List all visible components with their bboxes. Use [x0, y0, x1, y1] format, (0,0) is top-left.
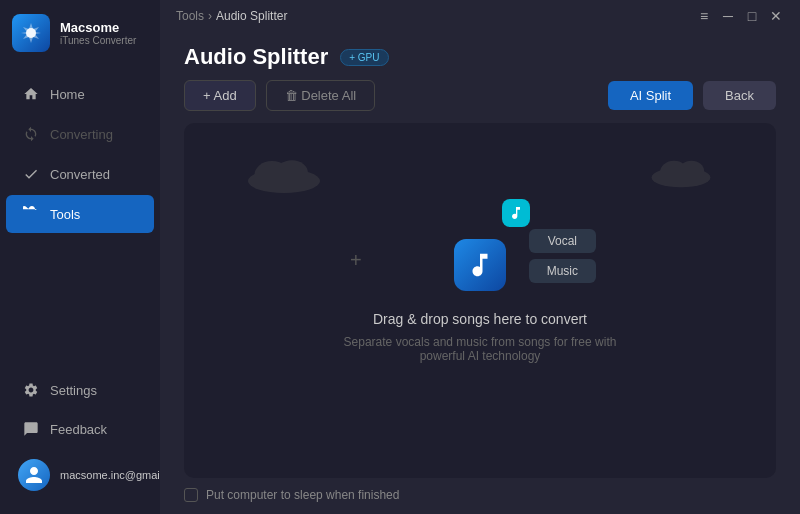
- breadcrumb: Tools › Audio Splitter: [176, 9, 287, 23]
- sleep-label: Put computer to sleep when finished: [206, 488, 399, 502]
- window-controls: ≡ ─ □ ✕: [696, 8, 784, 24]
- drop-zone-inner: + Vocal Music Drag & drop songs here to …: [320, 239, 640, 363]
- page-title: Audio Splitter: [184, 44, 328, 70]
- sidebar-item-converted[interactable]: Converted: [6, 155, 154, 193]
- drop-zone-subtitle: Separate vocals and music from songs for…: [320, 335, 640, 363]
- settings-icon: [22, 381, 40, 399]
- feedback-icon: [22, 420, 40, 438]
- delete-all-button-label: 🗑 Delete All: [285, 88, 357, 103]
- breadcrumb-parent: Tools: [176, 9, 204, 23]
- toolbar: + Add 🗑 Delete All AI Split Back: [160, 80, 800, 123]
- app-title: Macsome: [60, 20, 136, 35]
- cloud-left-decoration: [244, 153, 324, 193]
- svg-point-3: [276, 160, 308, 186]
- sidebar-bottom-nav: Settings Feedback macsome.inc@gmail.com: [0, 362, 160, 514]
- drop-zone[interactable]: + Vocal Music Drag & drop songs here to …: [184, 123, 776, 478]
- music-label: Music: [529, 259, 596, 283]
- sidebar-item-converted-label: Converted: [50, 167, 110, 182]
- user-avatar: [18, 459, 50, 491]
- tools-icon: [22, 205, 40, 223]
- page-header: Audio Splitter + GPU: [160, 32, 800, 80]
- ai-split-label: AI Split: [630, 88, 671, 103]
- sidebar-item-tools-label: Tools: [50, 207, 80, 222]
- sleep-checkbox[interactable]: [184, 488, 198, 502]
- sidebar-item-settings[interactable]: Settings: [6, 371, 154, 409]
- sleep-checkbox-container[interactable]: Put computer to sleep when finished: [184, 488, 399, 502]
- sidebar-item-home-label: Home: [50, 87, 85, 102]
- add-button-label: + Add: [203, 88, 237, 103]
- sidebar-item-settings-label: Settings: [50, 383, 97, 398]
- sidebar-item-converting[interactable]: Converting: [6, 115, 154, 153]
- breadcrumb-separator: ›: [208, 9, 212, 23]
- sidebar-navigation: Home Converting Converted: [0, 66, 160, 362]
- add-button[interactable]: + Add: [184, 80, 256, 111]
- converting-icon: [22, 125, 40, 143]
- music-note-icon: [502, 199, 530, 227]
- minimize-button[interactable]: ─: [720, 8, 736, 24]
- sidebar-item-feedback[interactable]: Feedback: [6, 410, 154, 448]
- breadcrumb-current: Audio Splitter: [216, 9, 287, 23]
- app-subtitle: iTunes Converter: [60, 35, 136, 46]
- sidebar: Macsome iTunes Converter Home Converting: [0, 0, 160, 514]
- sidebar-item-feedback-label: Feedback: [50, 422, 107, 437]
- vocal-label: Vocal: [529, 229, 596, 253]
- sidebar-item-home[interactable]: Home: [6, 75, 154, 113]
- main-content: Tools › Audio Splitter ≡ ─ □ ✕ Audio Spl…: [160, 0, 800, 514]
- delete-all-button[interactable]: 🗑 Delete All: [266, 80, 376, 111]
- audio-app-icon: [454, 239, 506, 291]
- maximize-button[interactable]: □: [744, 8, 760, 24]
- drop-zone-title: Drag & drop songs here to convert: [373, 311, 587, 327]
- sidebar-item-converting-label: Converting: [50, 127, 113, 142]
- close-button[interactable]: ✕: [768, 8, 784, 24]
- ai-split-button[interactable]: AI Split: [608, 81, 693, 110]
- titlebar: Tools › Audio Splitter ≡ ─ □ ✕: [160, 0, 800, 32]
- app-logo-icon: [12, 14, 50, 52]
- back-button[interactable]: Back: [703, 81, 776, 110]
- split-labels: Vocal Music: [529, 229, 596, 283]
- cloud-right-decoration: [646, 153, 716, 188]
- app-logo: Macsome iTunes Converter: [0, 0, 160, 66]
- gpu-badge-label: + GPU: [349, 52, 379, 63]
- back-label: Back: [725, 88, 754, 103]
- user-account-item[interactable]: macsome.inc@gmail.com: [6, 449, 154, 501]
- menu-button[interactable]: ≡: [696, 8, 712, 24]
- footer: Put computer to sleep when finished: [160, 478, 800, 514]
- sidebar-item-tools[interactable]: Tools: [6, 195, 154, 233]
- app-name-group: Macsome iTunes Converter: [60, 20, 136, 46]
- plus-icon: +: [350, 249, 362, 272]
- gpu-badge: + GPU: [340, 49, 388, 66]
- converted-icon: [22, 165, 40, 183]
- home-icon: [22, 85, 40, 103]
- svg-point-6: [679, 161, 704, 182]
